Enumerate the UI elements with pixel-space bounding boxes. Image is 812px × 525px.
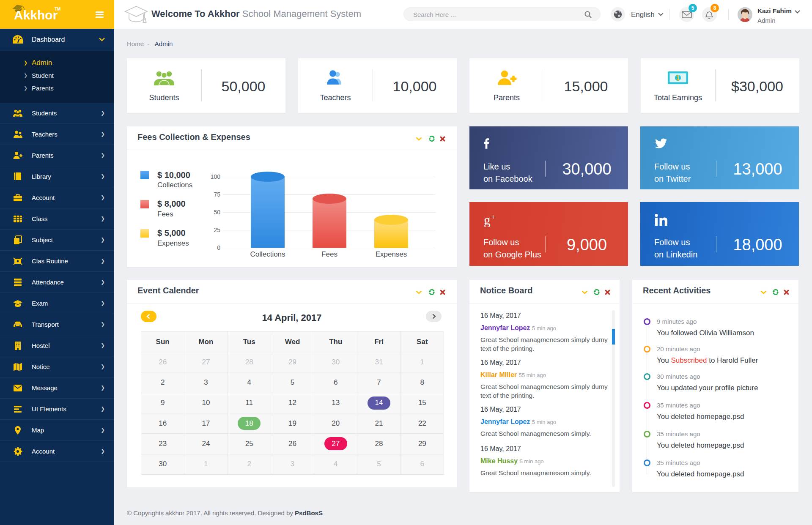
svg-text:25: 25 — [214, 227, 220, 233]
svg-text:g: g — [484, 214, 491, 227]
svg-text:Expenses: Expenses — [376, 250, 407, 258]
svg-text:0: 0 — [217, 244, 220, 251]
svg-text:1: 1 — [676, 74, 680, 82]
svg-text:Fees: Fees — [321, 250, 337, 258]
svg-text:50: 50 — [214, 209, 220, 216]
svg-text:Collections: Collections — [250, 250, 285, 258]
svg-text:+: + — [491, 214, 495, 221]
svg-text:75: 75 — [214, 191, 220, 198]
svg-text:100: 100 — [211, 173, 221, 180]
